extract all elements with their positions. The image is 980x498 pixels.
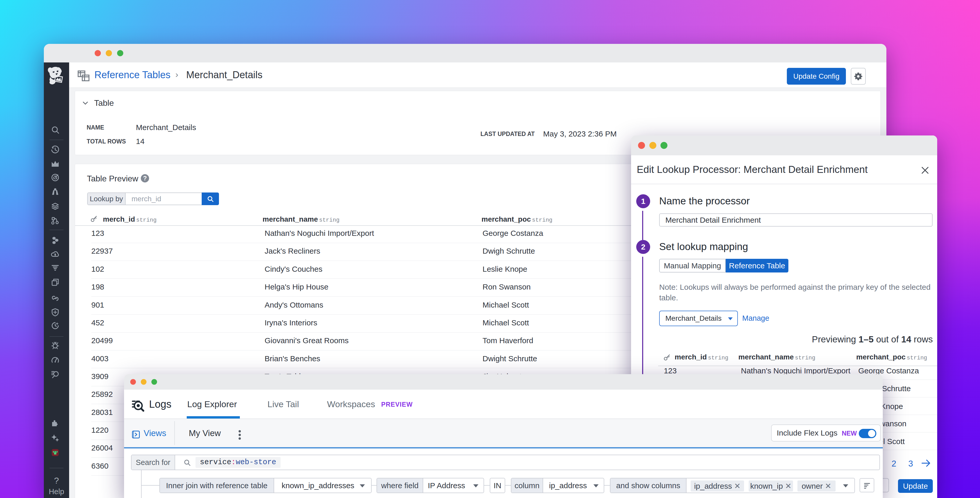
- svg-text:$: $: [54, 253, 56, 256]
